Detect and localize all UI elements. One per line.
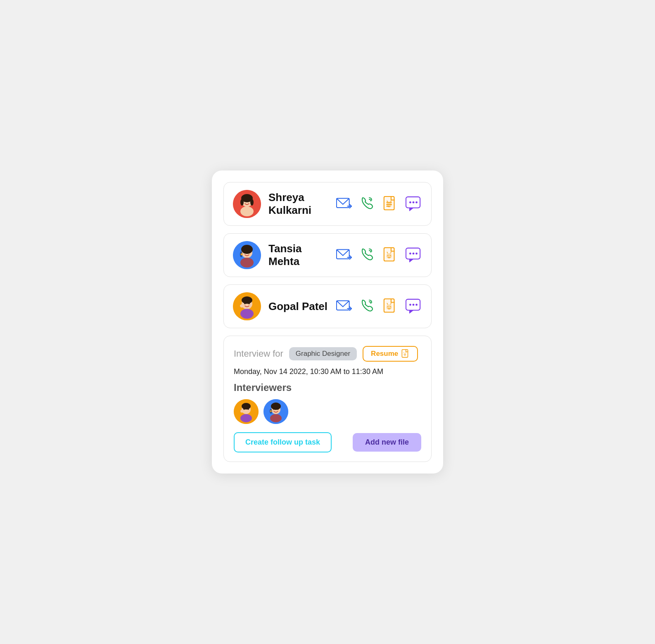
chat-icon[interactable]	[405, 195, 422, 213]
svg-point-48	[248, 303, 250, 304]
svg-point-54	[387, 306, 388, 307]
email-icon-gopal[interactable]	[335, 298, 353, 315]
svg-point-80	[273, 408, 275, 410]
svg-point-60	[413, 304, 415, 306]
interviewer-avatar-tansia	[263, 399, 288, 424]
tansia-avatar	[233, 241, 261, 269]
phone-icon-gopal[interactable]	[358, 298, 376, 315]
email-icon[interactable]	[335, 195, 353, 213]
svg-point-71	[242, 403, 251, 410]
svg-point-59	[409, 304, 411, 306]
svg-point-35	[387, 255, 388, 256]
chat-icon-tansia[interactable]	[405, 246, 422, 264]
svg-point-15	[387, 204, 388, 205]
svg-line-38	[391, 252, 391, 253]
interviewer-avatar-gopal	[234, 399, 259, 424]
file-icon[interactable]	[382, 195, 399, 213]
svg-point-20	[409, 201, 411, 204]
svg-point-46	[242, 296, 252, 304]
chat-icon-gopal[interactable]	[405, 298, 422, 315]
svg-line-56	[387, 303, 387, 304]
interview-datetime: Monday, Nov 14 2022, 10:30 AM to 11:30 A…	[234, 367, 421, 376]
gopal-actions	[335, 298, 422, 315]
svg-point-64	[404, 354, 404, 354]
svg-point-77	[270, 414, 282, 422]
interviewers-row	[234, 399, 421, 424]
email-icon-tansia[interactable]	[335, 246, 353, 264]
interviewers-label: Interviewers	[234, 382, 421, 393]
tansia-name: Tansia Mehta	[268, 242, 328, 268]
svg-point-72	[243, 408, 245, 410]
resume-button[interactable]: Resume	[363, 346, 418, 362]
shreya-name: Shreya Kulkarni	[268, 191, 328, 217]
shreya-avatar	[233, 190, 261, 218]
svg-point-28	[244, 251, 246, 253]
svg-point-36	[390, 255, 391, 256]
create-follow-up-button[interactable]: Create follow up task	[234, 432, 332, 452]
svg-line-37	[387, 252, 387, 253]
svg-point-42	[415, 253, 418, 255]
svg-point-55	[390, 306, 391, 307]
contact-card-tansia: Tansia Mehta	[223, 233, 432, 277]
svg-point-82	[270, 410, 272, 412]
file-icon-tansia[interactable]	[382, 246, 399, 264]
svg-line-17	[387, 201, 387, 202]
svg-point-47	[244, 303, 246, 304]
interview-for-label: Interview for	[234, 348, 283, 359]
role-badge: Graphic Designer	[289, 347, 357, 360]
gopal-avatar	[233, 292, 261, 320]
svg-point-26	[241, 245, 253, 254]
svg-point-70	[240, 414, 252, 422]
main-container: Shreya Kulkarni	[212, 170, 443, 474]
file-icon-gopal[interactable]	[382, 298, 399, 315]
phone-icon[interactable]	[358, 195, 376, 213]
interview-card: Interview for Graphic Designer Resume Mo…	[223, 336, 432, 462]
phone-icon-tansia[interactable]	[358, 246, 376, 264]
gopal-name: Gopal Patel	[268, 300, 328, 313]
svg-point-61	[415, 304, 418, 306]
svg-point-45	[240, 309, 254, 319]
svg-point-74	[240, 410, 244, 413]
add-new-file-button[interactable]: Add new file	[353, 433, 421, 452]
svg-point-65	[406, 354, 406, 354]
svg-point-2	[240, 206, 254, 216]
shreya-actions	[335, 195, 422, 213]
svg-line-18	[391, 201, 391, 202]
svg-point-25	[240, 258, 254, 268]
svg-point-81	[277, 408, 279, 410]
svg-point-29	[248, 251, 250, 253]
svg-point-6	[244, 200, 246, 202]
contact-card-shreya: Shreya Kulkarni	[223, 182, 432, 226]
svg-point-30	[241, 253, 242, 255]
svg-point-49	[240, 304, 244, 308]
interview-header: Interview for Graphic Designer Resume	[234, 346, 421, 362]
svg-point-78	[271, 402, 281, 410]
svg-line-57	[391, 303, 391, 304]
contact-card-gopal: Gopal Patel	[223, 284, 432, 328]
svg-point-16	[390, 204, 391, 205]
svg-point-5	[250, 199, 254, 206]
svg-point-21	[413, 201, 415, 204]
tansia-actions	[335, 246, 422, 264]
actions-row: Create follow up task Add new file	[234, 432, 421, 452]
svg-point-4	[240, 199, 244, 206]
svg-point-7	[248, 200, 250, 202]
svg-point-73	[247, 408, 249, 410]
svg-point-22	[415, 201, 418, 204]
svg-point-40	[409, 253, 411, 255]
svg-point-41	[413, 253, 415, 255]
